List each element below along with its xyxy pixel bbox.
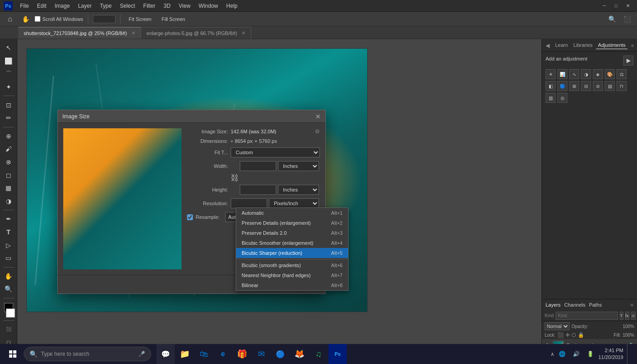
taskbar-spotify[interactable]: ♫ <box>309 344 328 364</box>
filter-smart-icon[interactable]: ⊙ <box>631 312 636 320</box>
resample-option-bicubic-smoother[interactable]: Bicubic Smoother (enlargement) Alt+4 <box>236 238 348 248</box>
paths-tab[interactable]: Paths <box>589 302 602 308</box>
taskbar-gift[interactable]: 🎁 <box>233 344 251 364</box>
threshold-icon[interactable]: ⊓ <box>617 81 627 91</box>
shape-tool[interactable]: ▭ <box>2 252 15 264</box>
resample-option-bicubic-sharper[interactable]: Bicubic Sharper (reduction) Alt+5 <box>236 248 348 258</box>
filter-type-icon[interactable]: T <box>620 312 623 320</box>
taskbar-search-box[interactable]: 🔍 Type here to search 🎤 <box>24 347 151 361</box>
lock-all-icon[interactable]: 🔒 <box>578 332 584 338</box>
libraries-tab[interactable]: Libraries <box>571 41 594 49</box>
crop-tool[interactable]: ⊡ <box>2 99 15 111</box>
zoom-tool[interactable]: 🔍 <box>2 283 15 295</box>
menu-edit[interactable]: Edit <box>33 2 50 10</box>
dimensions-arrow[interactable]: ▾ <box>231 139 233 144</box>
posterize-icon[interactable]: ▤ <box>605 81 615 91</box>
black-white-icon[interactable]: ◧ <box>546 81 556 91</box>
menu-help[interactable]: Help <box>222 2 241 10</box>
magic-wand-tool[interactable]: ✦ <box>2 81 15 93</box>
clone-tool[interactable]: ⊗ <box>2 156 15 168</box>
resample-option-bicubic-smooth[interactable]: Bicubic (smooth gradients) Alt+6 <box>236 259 348 270</box>
height-input[interactable]: 16 <box>240 185 276 195</box>
brightness-contrast-icon[interactable]: ☀ <box>546 69 556 79</box>
system-clock[interactable]: 2:41 PM 11/20/2019 <box>598 347 623 361</box>
settings-icon[interactable]: ⚙ <box>315 128 320 135</box>
width-input[interactable]: 24.038 <box>240 161 276 171</box>
taskbar-photoshop[interactable]: Ps <box>329 344 347 364</box>
eraser-tool[interactable]: ◻ <box>2 169 15 181</box>
taskbar-mail[interactable]: ✉ <box>252 344 270 364</box>
quick-mask-tool[interactable]: ⬛ <box>2 324 15 336</box>
selective-color-icon[interactable]: ◎ <box>557 93 567 103</box>
gradient-map-icon[interactable]: ▥ <box>546 93 556 103</box>
panel-collapse-icon[interactable]: ◀ <box>546 42 550 49</box>
lock-artboard-icon[interactable]: ⬡ <box>571 332 576 338</box>
scroll-all-checkbox[interactable]: Scroll All Windows <box>35 16 83 22</box>
fit-screen-button[interactable]: Fit Screen <box>125 15 155 23</box>
channel-mixer-icon[interactable]: ⊞ <box>569 81 579 91</box>
pen-tool[interactable]: ✒ <box>2 213 15 225</box>
show-desktop-button[interactable] <box>627 344 630 364</box>
color-lookup-icon[interactable]: ⊟ <box>581 81 591 91</box>
vibrance-icon[interactable]: ◈ <box>593 69 603 79</box>
photo-filter-icon[interactable]: 🔵 <box>557 81 567 91</box>
toolbar-home[interactable]: ⌂ <box>4 13 16 25</box>
curves-icon[interactable]: ∿ <box>569 69 579 79</box>
resample-option-preserve-details-2[interactable]: Preserve Details 2.0 Alt+3 <box>236 228 348 238</box>
dialog-close-button[interactable]: ✕ <box>315 113 321 120</box>
exposure-icon[interactable]: ◑ <box>581 69 591 79</box>
text-tool[interactable]: T <box>2 226 15 238</box>
resample-option-automatic[interactable]: Automatic Alt+1 <box>236 208 348 218</box>
dialog-titlebar[interactable]: Image Size ✕ <box>58 110 325 123</box>
menu-3d[interactable]: 3D <box>160 2 174 10</box>
marquee-tool[interactable]: ⬜ <box>2 55 15 67</box>
hue-saturation-icon[interactable]: 🎨 <box>605 69 615 79</box>
resample-option-bilinear[interactable]: Bilinear Alt+8 <box>236 280 348 290</box>
taskbar-cortana[interactable]: 💬 <box>157 344 175 364</box>
taskbar-microphone-icon[interactable]: 🎤 <box>138 351 145 357</box>
maximize-button[interactable]: □ <box>611 2 622 10</box>
menu-window[interactable]: Window <box>195 2 222 10</box>
chain-link-icon[interactable]: ⛓ <box>231 173 238 183</box>
menu-image[interactable]: Image <box>51 2 73 10</box>
resample-checkbox[interactable] <box>187 214 193 220</box>
resample-option-preserve-details[interactable]: Preserve Details (enlargement) Alt+2 <box>236 218 348 228</box>
panel-toggle-icon[interactable]: ⬛ <box>621 13 633 25</box>
levels-icon[interactable]: 📊 <box>557 69 567 79</box>
gradient-tool[interactable]: ▦ <box>2 182 15 194</box>
background-color[interactable] <box>6 308 15 318</box>
color-picker[interactable] <box>2 303 15 318</box>
width-unit-select[interactable]: Inches <box>278 161 319 171</box>
blend-mode-select[interactable]: Normal <box>545 322 570 330</box>
brush-tool[interactable]: 🖌 <box>2 143 15 155</box>
taskbar-store[interactable]: 🛍 <box>195 344 213 364</box>
layers-search-input[interactable] <box>556 312 618 320</box>
scroll-all-input[interactable] <box>35 16 40 22</box>
tab-2-close[interactable]: ✕ <box>242 30 245 35</box>
adjustments-tab[interactable]: Adjustments <box>596 41 627 49</box>
path-select-tool[interactable]: ▷ <box>2 239 15 251</box>
resample-option-nearest-neighbor[interactable]: Nearest Neighbor (hard edges) Alt+7 <box>236 270 348 280</box>
search-icon[interactable]: 🔍 <box>608 15 616 23</box>
taskbar-firefox[interactable]: 🦊 <box>290 344 308 364</box>
play-button[interactable]: ▶ <box>623 56 633 66</box>
learn-tab[interactable]: Learn <box>553 41 570 49</box>
channels-tab[interactable]: Channels <box>564 302 585 308</box>
move-tool[interactable]: ↖ <box>2 42 15 54</box>
close-button[interactable]: ✕ <box>622 2 633 10</box>
tray-network-icon[interactable]: 🌐 <box>556 349 568 359</box>
tray-volume-icon[interactable]: 🔊 <box>570 349 582 359</box>
resolution-input[interactable]: 360 <box>231 198 267 208</box>
eyedropper-tool[interactable]: ✏ <box>2 112 15 124</box>
lock-move-icon[interactable]: ✛ <box>566 332 570 338</box>
menu-layer[interactable]: Layer <box>74 2 95 10</box>
start-button[interactable] <box>4 345 22 363</box>
minimize-button[interactable]: ─ <box>599 2 610 10</box>
menu-select[interactable]: Select <box>116 2 138 10</box>
layers-tab[interactable]: Layers <box>546 302 561 308</box>
resolution-unit-select[interactable]: Pixels/Inch <box>269 198 319 208</box>
tab-1-close[interactable]: ✕ <box>131 30 135 35</box>
panel-menu-icon[interactable]: ≡ <box>631 43 634 48</box>
menu-filter[interactable]: Filter <box>140 2 159 10</box>
lasso-tool[interactable]: ⌒ <box>2 68 15 80</box>
